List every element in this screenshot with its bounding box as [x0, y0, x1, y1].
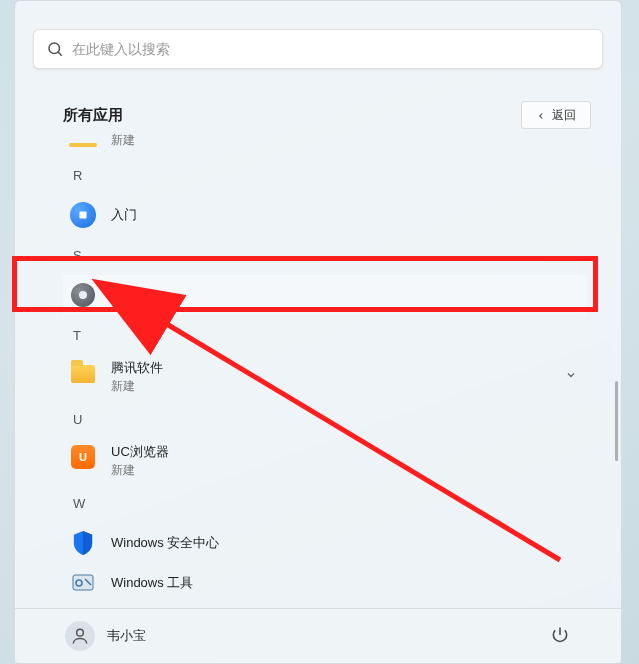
uc-icon: U	[69, 443, 97, 471]
back-button[interactable]: 返回	[521, 101, 591, 129]
app-label: Windows 安全中心	[111, 534, 219, 552]
avatar-icon	[65, 621, 95, 651]
letter-heading-u[interactable]: U	[63, 399, 607, 439]
app-windows-tools[interactable]: Windows 工具	[63, 563, 607, 593]
scrollbar-thumb[interactable]	[615, 381, 618, 461]
svg-point-4	[77, 629, 84, 636]
user-name: 韦小宝	[107, 627, 146, 645]
app-tips[interactable]: 入门	[63, 195, 607, 235]
letter-heading-t[interactable]: T	[63, 315, 607, 355]
app-label: UC浏览器	[111, 443, 169, 461]
letter-label: S	[69, 248, 97, 263]
search-input[interactable]	[72, 30, 590, 68]
letter-label: T	[69, 328, 97, 343]
shield-icon	[69, 529, 97, 557]
power-button[interactable]	[543, 619, 577, 653]
letter-heading-r[interactable]: R	[63, 155, 607, 195]
app-settings[interactable]: 设置	[63, 275, 587, 315]
app-label: 入门	[111, 206, 137, 224]
search-icon	[46, 40, 64, 58]
apps-header: 所有应用 返回	[63, 101, 591, 129]
chevron-left-icon	[536, 110, 546, 120]
app-sublabel: 新建	[111, 461, 169, 479]
letter-label: U	[69, 412, 97, 427]
svg-point-0	[49, 43, 60, 54]
power-icon	[550, 625, 570, 648]
app-uc-browser[interactable]: U UC浏览器 新建	[63, 439, 607, 483]
letter-heading-w[interactable]: W	[63, 483, 607, 523]
chevron-down-icon	[565, 369, 577, 381]
app-tencent-folder[interactable]: 腾讯软件 新建	[63, 355, 607, 399]
app-windows-security[interactable]: Windows 安全中心	[63, 523, 607, 563]
back-label: 返回	[552, 107, 576, 124]
app-label: Windows 工具	[111, 574, 193, 592]
letter-label: R	[69, 168, 97, 183]
svg-line-1	[58, 52, 61, 55]
search-box[interactable]	[33, 29, 603, 69]
app-list: 新建 R 入门 S 设置 T 腾讯软件 新建	[63, 131, 607, 593]
app-label: 设置	[111, 286, 137, 304]
start-menu-panel: 所有应用 返回 新建 R 入门 S 设置	[14, 0, 622, 664]
user-account-button[interactable]: 韦小宝	[65, 621, 146, 651]
app-sublabel: 新建	[111, 131, 135, 149]
tools-icon	[69, 569, 97, 593]
bottom-bar: 韦小宝	[15, 608, 621, 663]
list-item[interactable]: 新建	[63, 131, 607, 155]
letter-label: W	[69, 496, 97, 511]
app-label: 腾讯软件	[111, 359, 163, 377]
folder-icon	[69, 359, 97, 387]
app-sublabel: 新建	[111, 377, 163, 395]
all-apps-title: 所有应用	[63, 106, 123, 125]
gear-icon	[69, 281, 97, 309]
compass-icon	[69, 201, 97, 229]
letter-heading-s[interactable]: S	[63, 235, 607, 275]
